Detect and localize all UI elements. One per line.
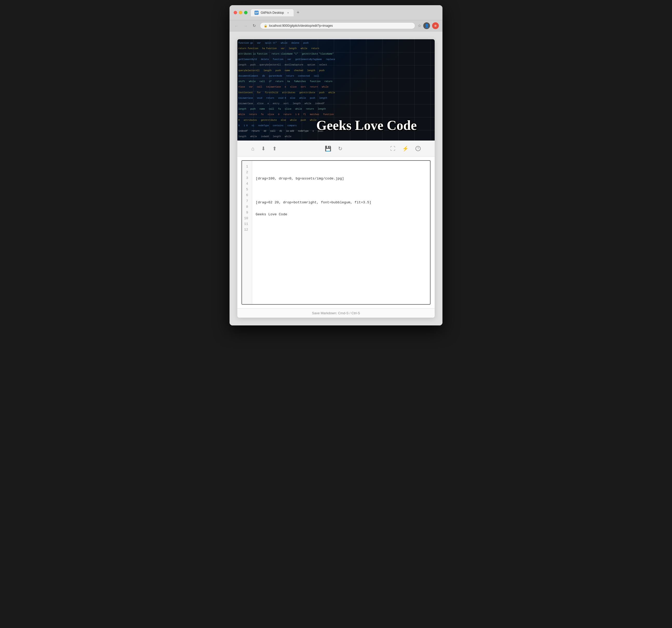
status-bar: Save Markdown: Cmd-S / Ctrl-S — [237, 308, 435, 318]
expand-icon: ⛶ — [390, 146, 395, 152]
editor-panel: function go var split tt" while delete p… — [237, 39, 435, 318]
back-button[interactable]: ← — [233, 23, 240, 28]
tab-bar: GP GitPitch Desktop × + — [250, 8, 438, 17]
code-line-7 — [256, 235, 426, 241]
lightning-button[interactable]: ⚡ — [401, 144, 410, 153]
browser-window: GP GitPitch Desktop × + ← → ↻ 🔒 localhos… — [230, 5, 442, 325]
title-bar: GP GitPitch Desktop × + — [230, 5, 442, 20]
slide-preview: function go var split tt" while delete p… — [237, 39, 435, 140]
tab-close-button[interactable]: × — [286, 10, 290, 15]
lock-icon: 🔒 — [264, 24, 267, 27]
line-number-6: 6 — [244, 192, 250, 198]
traffic-lights — [234, 11, 247, 14]
content-area: function go var split tt" while delete p… — [230, 31, 442, 325]
upload-button[interactable]: ⬆ — [271, 144, 278, 153]
download-icon: ⬇ — [261, 145, 266, 152]
home-button[interactable]: ⌂ — [250, 144, 256, 153]
code-line-8 — [256, 247, 426, 253]
code-line-12 — [256, 295, 426, 301]
line-numbers: 1 2 3 4 5 6 7 8 9 10 11 12 — [242, 161, 252, 304]
slide-text-overlay: Geeks Love Code — [316, 118, 430, 133]
tab-title: GitPitch Desktop — [261, 11, 284, 15]
url-bar[interactable]: 🔒 localhost:9000/gitpitch/desktop/edit?p… — [260, 22, 415, 29]
minimize-button[interactable] — [239, 11, 242, 14]
status-text: Save Markdown: Cmd-S / Ctrl-S — [312, 311, 360, 315]
line-number-7: 7 — [244, 199, 250, 204]
line-number-3: 3 — [244, 175, 250, 181]
line-number-11: 11 — [244, 221, 250, 227]
refresh-slide-button[interactable]: ↻ — [337, 144, 343, 153]
code-line-1 — [256, 164, 426, 170]
download-button[interactable]: ⬇ — [260, 144, 267, 153]
toolbar-right-group: ⛶ ⚡ ? — [389, 144, 422, 153]
tab-favicon: GP — [255, 10, 259, 15]
toolbar-center-group: 💾 ↻ — [324, 144, 343, 153]
code-editor[interactable]: 1 2 3 4 5 6 7 8 9 10 11 12 [drag=100, dr… — [241, 160, 431, 305]
help-icon: ? — [415, 146, 421, 151]
line-number-9: 9 — [244, 210, 250, 215]
save-button[interactable]: 💾 — [324, 144, 332, 153]
address-actions: ☆ 👤 ⊗ — [418, 22, 439, 29]
browser-tab[interactable]: GP GitPitch Desktop × — [250, 9, 294, 16]
toolbar: ⌂ ⬇ ⬆ 💾 ↻ — [237, 140, 435, 157]
close-red-button[interactable]: ⊗ — [432, 22, 439, 29]
refresh-button[interactable]: ↻ — [251, 23, 257, 28]
code-line-10 — [256, 271, 426, 277]
refresh-icon: ↻ — [338, 145, 342, 152]
code-line-6 — [256, 223, 426, 229]
code-line-11 — [256, 283, 426, 289]
line-number-5: 5 — [244, 187, 250, 192]
forward-button[interactable]: → — [242, 23, 249, 28]
lightning-icon: ⚡ — [402, 145, 409, 152]
new-tab-button[interactable]: + — [294, 8, 302, 17]
code-line-4: [drag=62 20, drop=bottomright, font=bubb… — [256, 200, 426, 206]
code-line-3 — [256, 188, 426, 194]
address-bar: ← → ↻ 🔒 localhost:9000/gitpitch/desktop/… — [230, 20, 442, 31]
code-line-5: Geeks Love Code — [256, 212, 426, 218]
code-textarea[interactable]: [drag=100, drop=0, bg=assets/img/code.jp… — [252, 161, 430, 304]
expand-button[interactable]: ⛶ — [389, 144, 397, 153]
line-number-10: 10 — [244, 215, 250, 221]
home-icon: ⌂ — [251, 146, 255, 152]
upload-icon: ⬆ — [272, 145, 277, 152]
line-number-2: 2 — [244, 169, 250, 175]
help-button[interactable]: ? — [414, 144, 422, 153]
line-number-1: 1 — [244, 164, 250, 169]
close-button[interactable] — [234, 11, 237, 14]
line-number-8: 8 — [244, 204, 250, 210]
code-line-9 — [256, 259, 426, 265]
toolbar-left-group: ⌂ ⬇ ⬆ — [250, 144, 278, 153]
line-number-12: 12 — [244, 227, 250, 233]
maximize-button[interactable] — [244, 11, 247, 14]
line-number-4: 4 — [244, 181, 250, 187]
bookmark-button[interactable]: ☆ — [418, 23, 421, 28]
url-text: localhost:9000/gitpitch/desktop/edit?p=i… — [269, 24, 333, 27]
code-line-2: [drag=100, drop=0, bg=assets/img/code.jp… — [256, 176, 426, 182]
profile-button[interactable]: 👤 — [423, 22, 430, 29]
slide-title: Geeks Love Code — [316, 118, 430, 133]
save-icon: 💾 — [325, 145, 331, 152]
